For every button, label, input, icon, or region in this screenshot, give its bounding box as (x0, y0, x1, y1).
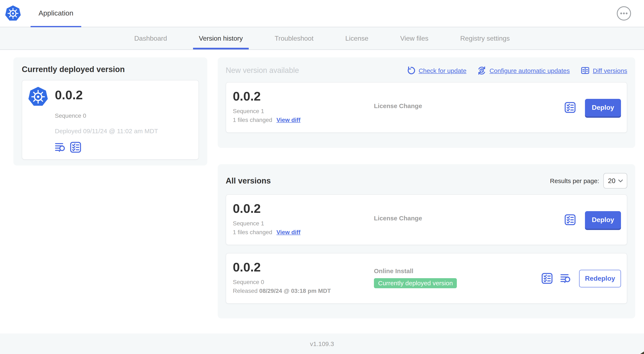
version-number: 0.0.2 (233, 201, 300, 217)
results-per-page-value: 20 (608, 177, 616, 185)
configure-automatic-updates-label: Configure automatic updates (490, 67, 570, 74)
tab-registry-settings[interactable]: Registry settings (460, 27, 510, 50)
diff-versions-label: Diff versions (593, 67, 627, 74)
files-changed-label: 1 files changed (233, 229, 272, 235)
sequence-label: Sequence 1 (233, 220, 300, 227)
source-label: License Change (374, 102, 422, 109)
checklist-icon (542, 273, 553, 284)
all-versions-header: All versions Results per page: 20 (226, 173, 627, 189)
chevron-down-icon (618, 179, 623, 182)
version-number: 0.0.2 (55, 87, 83, 103)
new-version-title: New version available (226, 66, 299, 75)
check-for-update-label: Check for update (418, 67, 466, 74)
version-actions: Deploy (564, 99, 621, 116)
tab-license[interactable]: License (345, 27, 368, 50)
version-number: 0.0.2 (233, 88, 300, 104)
results-per-page-label: Results per page: (550, 177, 599, 184)
all-versions-section: All versions Results per page: 20 0.0.2 … (218, 164, 635, 318)
preflight-checks-button[interactable] (70, 142, 81, 153)
all-versions-title: All versions (226, 176, 271, 185)
redeploy-button[interactable]: Redeploy (579, 270, 621, 287)
logs-icon (560, 273, 572, 284)
preflight-checks-button[interactable] (564, 102, 576, 113)
page-tabbar: Dashboard Version history Troubleshoot L… (0, 27, 644, 50)
currently-deployed-title: Currently deployed version (22, 65, 199, 74)
preflight-checks-button[interactable] (564, 214, 576, 225)
view-diff-link[interactable]: View diff (276, 117, 300, 123)
new-version-actions: Check for update Configure automatic upd… (406, 66, 627, 75)
configure-automatic-updates-link[interactable]: Configure automatic updates (477, 66, 570, 75)
version-actions: Deploy (564, 211, 621, 228)
results-per-page-select[interactable]: 20 (604, 173, 627, 189)
version-number: 0.0.2 (233, 259, 331, 275)
preflight-checks-button[interactable] (542, 273, 553, 284)
version-row: 0.0.2 Sequence 0 Released08/29/24 @ 03:1… (226, 253, 627, 304)
source-label: Online Install (374, 267, 413, 274)
currently-deployed-card: 0.0.2 Sequence 0 Deployed 09/11/24 @ 11:… (22, 80, 199, 160)
ellipsis-icon (616, 6, 632, 21)
view-diff-link[interactable]: View diff (276, 229, 300, 235)
refresh-icon (406, 66, 415, 75)
view-logs-button[interactable] (55, 142, 66, 153)
tab-view-files[interactable]: View files (400, 27, 428, 50)
version-actions: Redeploy (542, 270, 621, 287)
currently-deployed-badge: Currently deployed version (374, 278, 457, 288)
new-version-card: 0.0.2 Sequence 1 1 files changedView dif… (226, 82, 627, 133)
logs-icon (55, 142, 66, 153)
currently-deployed-section: Currently deployed version 0.0.2 Sequenc… (14, 57, 207, 165)
app-tab[interactable]: Application (30, 0, 81, 27)
sequence-label: Sequence 1 (233, 108, 300, 114)
new-version-section: New version available Check for update (218, 57, 635, 148)
diff-versions-link[interactable]: Diff versions (580, 66, 627, 75)
deploy-button[interactable]: Deploy (585, 99, 621, 116)
files-changed-label: 1 files changed (233, 117, 272, 123)
tab-version-history[interactable]: Version history (199, 27, 243, 50)
version-rows: 0.0.2 Sequence 1 1 files changedView dif… (226, 194, 627, 304)
kots-admin-console: Application Dashboard Version history Tr… (0, 0, 644, 354)
version-row: 0.0.2 Sequence 1 1 files changedView dif… (226, 194, 627, 245)
more-menu-button[interactable] (616, 6, 632, 21)
tab-dashboard[interactable]: Dashboard (134, 27, 167, 50)
checklist-icon (70, 142, 81, 153)
checklist-icon (564, 214, 576, 225)
new-version-header: New version available Check for update (226, 65, 627, 75)
deploy-button[interactable]: Deploy (585, 211, 621, 228)
console-version: v1.109.3 (310, 340, 334, 347)
files-changed: 1 files changedView diff (233, 229, 300, 235)
checklist-icon (564, 102, 576, 113)
current-card-actions (55, 142, 81, 153)
version-info: 0.0.2 Sequence 0 Released08/29/24 @ 03:1… (233, 259, 331, 294)
cursor-artifact (640, 351, 644, 354)
main-content: Currently deployed version 0.0.2 Sequenc… (0, 50, 644, 333)
app-tab-label: Application (38, 9, 73, 18)
diff-icon (580, 66, 589, 75)
check-for-update-link[interactable]: Check for update (406, 66, 466, 75)
results-per-page: Results per page: 20 (550, 173, 627, 189)
view-logs-button[interactable] (560, 273, 572, 284)
footer: v1.109.3 (0, 333, 644, 354)
top-bar: Application (0, 0, 644, 27)
tab-troubleshoot[interactable]: Troubleshoot (275, 27, 314, 50)
source-label: License Change (374, 214, 422, 222)
version-info: 0.0.2 Sequence 1 1 files changedView dif… (233, 88, 300, 123)
sequence-label: Sequence 0 (55, 112, 86, 119)
released-date: 08/29/24 @ 03:18 pm MDT (259, 287, 331, 294)
sequence-label: Sequence 0 (233, 279, 331, 285)
deployed-timestamp: Deployed 09/11/24 @ 11:02 am MDT (55, 127, 158, 135)
version-info: 0.0.2 Sequence 1 1 files changedView dif… (233, 201, 300, 235)
kubernetes-logo-icon (4, 5, 21, 22)
released-timestamp: Released08/29/24 @ 03:18 pm MDT (233, 287, 331, 294)
kubernetes-app-icon (28, 86, 48, 107)
released-prefix: Released (233, 287, 258, 294)
files-changed: 1 files changedView diff (233, 117, 300, 123)
schedule-icon (477, 66, 486, 75)
